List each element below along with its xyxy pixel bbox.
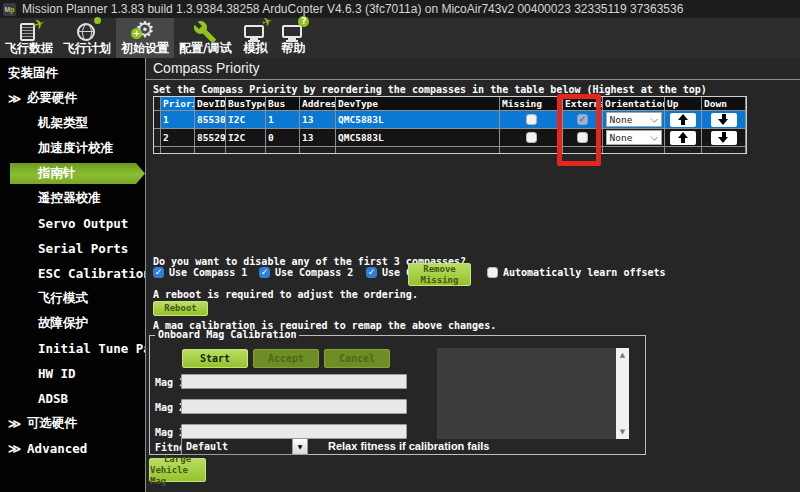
missing-checkbox[interactable] [526, 132, 537, 143]
cell-bus[interactable]: 0 [266, 129, 300, 147]
fitness-select[interactable]: Default ▼ [181, 438, 308, 455]
row-selector[interactable] [154, 111, 161, 129]
sidebar-item-mandatory-hardware[interactable]: ≫ 必要硬件 [0, 86, 145, 111]
cell-priority[interactable]: 1 [161, 111, 195, 129]
col-header-bus[interactable]: Bus [266, 97, 300, 111]
auto-learn-offsets-checkbox[interactable]: Automatically learn offsets [487, 267, 666, 278]
col-header-devtype[interactable]: DevType [336, 97, 500, 111]
page-title: Compass Priority [153, 60, 260, 76]
row-selector[interactable] [154, 129, 161, 147]
button-label: Accept [268, 353, 304, 364]
col-header-priority[interactable]: Priorit [161, 97, 195, 111]
cell-devid[interactable]: 855305 [195, 111, 226, 129]
sidebar-item-flight-modes[interactable]: 飞行模式 [0, 286, 145, 311]
row-header-corner [154, 97, 161, 111]
sidebar-item-label: 加速度计校准 [38, 140, 113, 157]
tab-initial-setup[interactable]: ⚙+ 初始设置 [116, 18, 174, 58]
move-up-button[interactable] [670, 131, 696, 145]
sidebar-item-label: 可选硬件 [27, 415, 77, 432]
button-label: Start [200, 353, 230, 364]
chevron-down-icon [650, 115, 658, 123]
checkbox-label: Use Compass 2 [275, 267, 353, 278]
start-button[interactable]: Start [182, 349, 248, 368]
col-header-external[interactable]: Externa [563, 97, 603, 111]
cancel-button[interactable]: Cancel [324, 349, 390, 368]
mag3-progressbar [181, 424, 407, 439]
cell-address[interactable]: 13 [300, 129, 336, 147]
tab-simulation[interactable]: ✈ 模拟 [236, 18, 274, 58]
sidebar-item-label: Initial Tune Params [38, 341, 145, 356]
button-label: Missing [421, 275, 459, 286]
move-up-button[interactable] [670, 113, 696, 127]
sidebar-item-install-firmware[interactable]: 安装固件 [0, 61, 145, 86]
sidebar-item-servo-output[interactable]: Servo Output [0, 211, 145, 236]
sidebar-item-accel-calibration[interactable]: 加速度计校准 [0, 136, 145, 161]
missing-checkbox[interactable] [526, 114, 537, 125]
tab-config-tuning[interactable]: 配置/调试 [174, 18, 236, 58]
col-header-orientation[interactable]: Orientation [603, 97, 665, 111]
scroll-up-icon[interactable]: ▲ [620, 348, 625, 362]
remove-missing-button[interactable]: Remove Missing [408, 263, 471, 286]
sidebar-item-label: 机架类型 [38, 115, 88, 132]
scroll-down-icon[interactable]: ▼ [620, 425, 625, 439]
col-header-address[interactable]: Address [300, 97, 336, 111]
external-checkbox[interactable]: ✓ [577, 114, 588, 125]
col-header-down[interactable]: Down [702, 97, 746, 111]
sidebar-item-frame-type[interactable]: 机架类型 [0, 111, 145, 136]
orientation-select[interactable]: None [606, 112, 662, 127]
tab-label: 飞行数据 [5, 40, 53, 57]
tab-flight-data[interactable]: ✈ 飞行数据 [0, 18, 58, 58]
sidebar-item-compass[interactable]: 指南针 [0, 161, 145, 186]
sidebar-item-failsafe[interactable]: 故障保护 [0, 311, 145, 336]
tab-label: 帮助 [281, 40, 305, 57]
sidebar-item-label: Servo Output [38, 216, 128, 231]
help-monitor-icon: ? [279, 20, 307, 40]
cell-priority[interactable]: 2 [161, 129, 195, 147]
reboot-note: A reboot is required to adjust the order… [153, 289, 418, 300]
sidebar-item-serial-ports[interactable]: Serial Ports [0, 236, 145, 261]
chevrons-icon: ≫ [8, 91, 21, 106]
accept-button[interactable]: Accept [253, 349, 319, 368]
sidebar-item-label: ADSB [38, 391, 68, 406]
tab-help[interactable]: ? 帮助 [274, 18, 312, 58]
tab-flight-plan[interactable]: 飞行计划 [58, 18, 116, 58]
group-title: Onboard Mag Calibration [155, 329, 299, 340]
sidebar-item-label: 安装固件 [8, 65, 58, 82]
wrench-icon [191, 20, 219, 40]
chevrons-icon: ≫ [8, 416, 21, 431]
cell-bustype[interactable]: I2C [226, 111, 266, 129]
cell-bus[interactable]: 1 [266, 111, 300, 129]
use-compass-2-checkbox[interactable]: ✓ Use Compass 2 [259, 267, 353, 278]
cell-devtype[interactable]: QMC5883L [336, 111, 500, 129]
external-checkbox[interactable] [577, 132, 588, 143]
cell-address[interactable]: 13 [300, 111, 336, 129]
col-header-bustype[interactable]: BusType [226, 97, 266, 111]
cell-devid[interactable]: 855297 [195, 129, 226, 147]
cell-bustype[interactable]: I2C [226, 129, 266, 147]
calibration-log-panel: ▲ ▼ [437, 348, 629, 439]
orientation-select[interactable]: None [606, 130, 662, 145]
cell-devtype[interactable]: QMC5883L [336, 129, 500, 147]
sidebar-item-advanced[interactable]: ≫ Advanced [0, 436, 145, 461]
move-down-button[interactable] [711, 113, 737, 127]
checkbox-icon: ✓ [153, 267, 164, 278]
sidebar-item-adsb[interactable]: ADSB [0, 386, 145, 411]
sidebar-item-radio-calibration[interactable]: 遥控器校准 [0, 186, 145, 211]
checkbox-icon [487, 267, 498, 278]
sidebar-item-initial-tune[interactable]: Initial Tune Params [0, 336, 145, 361]
sidebar-item-label: 飞行模式 [38, 290, 88, 307]
sidebar-item-hw-id[interactable]: HW ID [0, 361, 145, 386]
col-header-devid[interactable]: DevID [195, 97, 226, 111]
reboot-button[interactable]: Reboot [153, 301, 208, 316]
log-scrollbar[interactable]: ▲ ▼ [616, 348, 629, 439]
col-header-missing[interactable]: Missing [500, 97, 563, 111]
large-vehicle-mag-button[interactable]: Large Vehicle Mag [149, 458, 206, 482]
move-down-button[interactable] [711, 131, 737, 145]
col-header-up[interactable]: Up [665, 97, 702, 111]
sidebar-item-label: Serial Ports [38, 241, 128, 256]
mission-planner-window: Mp Mission Planner 1.3.83 build 1.3.9384… [0, 0, 800, 492]
use-compass-1-checkbox[interactable]: ✓ Use Compass 1 [153, 267, 247, 278]
sidebar-item-esc-calibration[interactable]: ESC Calibration [0, 261, 145, 286]
sidebar-item-optional-hardware[interactable]: ≫ 可选硬件 [0, 411, 145, 436]
compass-priority-panel: Compass Priority Set the Compass Priorit… [145, 58, 800, 492]
